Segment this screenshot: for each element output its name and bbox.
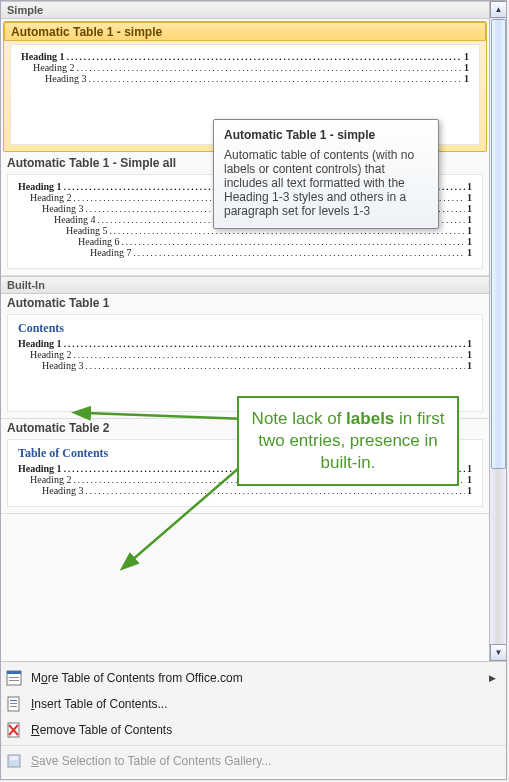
tooltip-body: Automatic table of contents (with no lab… — [224, 148, 428, 218]
toc-title-label: Contents — [18, 321, 472, 336]
office-icon — [3, 669, 25, 687]
leader-dots — [71, 350, 465, 360]
svg-rect-7 — [10, 700, 17, 701]
leader-dots — [74, 63, 462, 73]
toc-text: Heading 2 — [30, 349, 71, 360]
section-header-builtin: Built-In — [1, 276, 489, 294]
toc-page: 1 — [465, 349, 472, 360]
toc-text: Heading 3 — [42, 203, 83, 214]
toc-text: Heading 1 — [21, 51, 65, 62]
menu-more-office[interactable]: More Table of Contents from Office.com ▶ — [1, 665, 506, 691]
toc-text: Heading 1 — [18, 338, 62, 349]
toc-text: Heading 2 — [30, 192, 71, 203]
svg-rect-4 — [9, 677, 19, 678]
menu-label: Save Selection to Table of Contents Gall… — [31, 754, 271, 768]
toc-text: Heading 6 — [78, 236, 119, 247]
leader-dots — [62, 339, 465, 349]
callout-text: Note lack of — [252, 409, 347, 428]
toc-page: 1 — [465, 247, 472, 258]
toc-text: Heading 2 — [33, 62, 74, 73]
toc-text: Heading 3 — [45, 73, 86, 84]
toc-text: Heading 5 — [66, 225, 107, 236]
toc-page: 1 — [465, 214, 472, 225]
toc-text: Heading 1 — [18, 463, 62, 474]
menu-remove-toc[interactable]: Remove Table of Contents — [1, 717, 506, 743]
toc-page: 1 — [465, 463, 472, 474]
toc-page: 1 — [465, 474, 472, 485]
vertical-scrollbar[interactable]: ▲ ▼ — [489, 1, 506, 661]
menu-label: Insert Table of Contents... — [31, 697, 168, 711]
menu-label: Remove Table of Contents — [31, 723, 172, 737]
toc-page: 1 — [465, 338, 472, 349]
tooltip: Automatic Table 1 - simple Automatic tab… — [213, 119, 439, 229]
leader-dots — [131, 248, 465, 258]
toc-page: 1 — [465, 203, 472, 214]
toc-text: Heading 4 — [54, 214, 95, 225]
toc-page: 1 — [465, 181, 472, 192]
toc-page: 1 — [462, 51, 469, 62]
toc-text: Heading 2 — [30, 474, 71, 485]
toc-page: 1 — [465, 360, 472, 371]
gallery-scroll-area: Simple Automatic Table 1 - simple Headin… — [1, 1, 506, 661]
tooltip-title: Automatic Table 1 - simple — [224, 128, 428, 142]
toc-page: 1 — [465, 225, 472, 236]
submenu-arrow-icon: ▶ — [489, 673, 500, 683]
leader-dots — [83, 486, 465, 496]
toc-page: 1 — [465, 192, 472, 203]
leader-dots — [65, 52, 462, 62]
toc-page: 1 — [465, 485, 472, 496]
dropdown-menu: More Table of Contents from Office.com ▶… — [1, 661, 506, 777]
item-title: Automatic Table 1 - simple — [4, 22, 486, 41]
section-header-simple: Simple — [1, 1, 489, 19]
menu-label: More Table of Contents from Office.com — [31, 671, 243, 685]
leader-dots — [83, 361, 465, 371]
svg-rect-3 — [7, 671, 21, 674]
toc-page: 1 — [462, 62, 469, 73]
svg-rect-9 — [10, 706, 17, 707]
toc-text: Heading 7 — [90, 247, 131, 258]
toc-text: Heading 3 — [42, 360, 83, 371]
annotation-callout: Note lack of labels in first two entries… — [237, 396, 459, 486]
menu-separator — [1, 745, 506, 746]
leader-dots — [119, 237, 465, 247]
item-title: Automatic Table 1 — [1, 294, 489, 311]
toc-text: Heading 3 — [42, 485, 83, 496]
menu-save-selection: Save Selection to Table of Contents Gall… — [1, 748, 506, 774]
leader-dots — [86, 74, 462, 84]
svg-rect-5 — [9, 680, 19, 681]
save-icon — [3, 752, 25, 770]
scroll-up-button[interactable]: ▲ — [490, 1, 506, 18]
svg-rect-14 — [10, 756, 18, 760]
callout-bold: labels — [346, 409, 394, 428]
toc-text: Heading 1 — [18, 181, 62, 192]
document-icon — [3, 695, 25, 713]
menu-insert-toc[interactable]: Insert Table of Contents... — [1, 691, 506, 717]
scroll-down-button[interactable]: ▼ — [490, 644, 506, 661]
scroll-thumb[interactable] — [491, 19, 506, 469]
remove-icon — [3, 721, 25, 739]
toc-page: 1 — [462, 73, 469, 84]
toc-gallery-dropdown: Simple Automatic Table 1 - simple Headin… — [0, 0, 507, 780]
svg-rect-8 — [10, 703, 17, 704]
toc-page: 1 — [465, 236, 472, 247]
